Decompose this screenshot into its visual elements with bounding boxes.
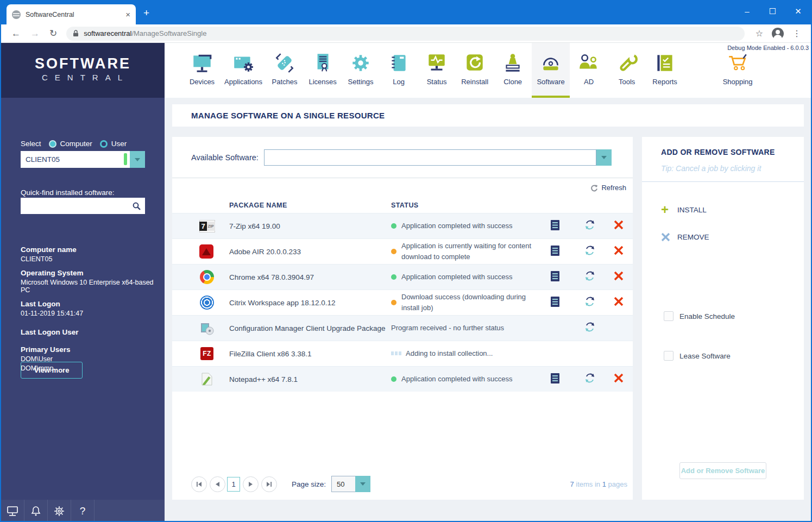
- radio-computer[interactable]: [49, 140, 56, 148]
- window-maximize-button[interactable]: ☐: [760, 0, 785, 24]
- install-option[interactable]: + INSTALL: [661, 205, 804, 215]
- remove-option[interactable]: REMOVE: [661, 232, 804, 242]
- lease-software-checkbox[interactable]: [664, 351, 673, 361]
- resource-dropdown-button[interactable]: [130, 151, 145, 168]
- nav-item-reports[interactable]: Reports: [646, 43, 684, 98]
- status-dot-green: [391, 223, 396, 229]
- retry-action-icon[interactable]: [584, 245, 614, 258]
- cancel-action-icon[interactable]: [614, 297, 626, 309]
- refresh-button[interactable]: Refresh: [590, 184, 626, 192]
- nav-item-reinstall[interactable]: Reinstall: [456, 43, 494, 98]
- adobe-air-icon: [199, 244, 213, 259]
- add-remove-panel: ADD OR REMOVE SOFTWARE Tip: Cancel a job…: [642, 137, 804, 500]
- profile-avatar[interactable]: [772, 28, 784, 40]
- nav-label: Clone: [503, 78, 522, 86]
- retry-action-icon[interactable]: [584, 219, 614, 232]
- quickfind-input[interactable]: [21, 202, 133, 211]
- add-or-remove-software-button[interactable]: Add or Remove Software: [679, 462, 766, 479]
- available-software-input[interactable]: [264, 149, 596, 166]
- first-page-button[interactable]: [191, 476, 207, 492]
- gear-icon[interactable]: [48, 500, 71, 522]
- tab-close-icon[interactable]: ×: [125, 10, 130, 18]
- table-row[interactable]: Notepad++ x64 7.8.1 Application complete…: [172, 366, 633, 392]
- bell-icon[interactable]: [24, 500, 48, 522]
- log-action-icon[interactable]: [551, 373, 563, 386]
- address-bar[interactable]: softwarecentral /ManageSoftwareSingle: [66, 27, 744, 41]
- status-dot-green: [391, 376, 396, 382]
- table-row[interactable]: Chrome x64 78.0.3904.97 Application comp…: [172, 264, 633, 290]
- status-text: Application is currently waiting for con…: [401, 241, 545, 262]
- cancel-action-icon[interactable]: [614, 373, 626, 385]
- browser-menu-icon[interactable]: ⋮: [792, 28, 801, 39]
- nav-item-status[interactable]: Status: [418, 43, 456, 98]
- current-page[interactable]: 1: [227, 477, 240, 492]
- shopping-icon: [726, 52, 749, 74]
- nav-item-ad[interactable]: AD: [570, 43, 608, 98]
- nav-item-tools[interactable]: Tools: [608, 43, 646, 98]
- forward-icon[interactable]: →: [30, 28, 40, 39]
- cancel-action-icon[interactable]: [614, 246, 626, 257]
- resource-combo: CLIENT05: [21, 151, 145, 168]
- url-path: /ManageSoftwareSingle: [131, 29, 206, 37]
- page-size-dropdown-button[interactable]: [355, 476, 370, 492]
- next-page-button[interactable]: [243, 476, 259, 492]
- nav-item-log[interactable]: Log: [380, 43, 418, 98]
- monitor-icon[interactable]: [1, 500, 24, 522]
- nav-label: Reinstall: [461, 78, 488, 86]
- filezilla-icon: FZ: [200, 347, 213, 360]
- search-icon[interactable]: [133, 202, 141, 210]
- retry-action-icon[interactable]: [584, 296, 614, 309]
- cancel-action-icon[interactable]: [614, 271, 626, 283]
- retry-action-icon[interactable]: [584, 322, 614, 335]
- computer-info: Computer name CLIENT05 Operating System …: [21, 240, 159, 372]
- nav-item-clone[interactable]: Clone: [494, 43, 532, 98]
- bookmark-star-icon[interactable]: ☆: [756, 28, 763, 39]
- nav-item-shopping[interactable]: Shopping: [719, 43, 757, 98]
- retry-action-icon[interactable]: [584, 271, 614, 284]
- radio-user[interactable]: [100, 140, 108, 148]
- radio-computer-label[interactable]: Computer: [60, 140, 92, 148]
- package-name: FileZilla Client x86 3.38.1: [229, 350, 388, 358]
- page-size-select[interactable]: 50: [331, 476, 370, 492]
- table-row[interactable]: Adobe AIR 20.0.0.233 Application is curr…: [172, 238, 633, 264]
- table-row[interactable]: FZ FileZilla Client x86 3.38.1 Adding to…: [172, 341, 633, 366]
- log-action-icon[interactable]: [551, 220, 563, 232]
- tools-icon: [615, 52, 638, 74]
- status-text: Application completed with success: [401, 374, 513, 385]
- table-row[interactable]: Configuration Manager Client Upgrade Pac…: [172, 315, 633, 341]
- help-glyph: ?: [80, 505, 86, 517]
- prev-page-button[interactable]: [210, 476, 225, 492]
- nav-item-patches[interactable]: Patches: [266, 43, 304, 98]
- log-action-icon[interactable]: [551, 271, 563, 284]
- window-minimize-button[interactable]: –: [734, 0, 760, 24]
- lease-software-row: Lease Software: [664, 351, 804, 361]
- back-icon[interactable]: ←: [11, 28, 21, 39]
- view-more-button[interactable]: View more: [21, 362, 83, 379]
- info-label: Last Logon User: [21, 328, 159, 336]
- radio-user-label[interactable]: User: [111, 140, 127, 148]
- log-action-icon[interactable]: [551, 246, 563, 258]
- help-icon[interactable]: ?: [71, 500, 95, 522]
- cancel-action-icon[interactable]: [614, 220, 626, 232]
- new-tab-button[interactable]: +: [143, 8, 149, 18]
- table-row[interactable]: 7ZIP 7-Zip x64 19.00 Application complet…: [172, 213, 633, 238]
- available-software-dropdown-button[interactable]: [596, 149, 612, 166]
- log-action-icon[interactable]: [551, 297, 563, 309]
- panel-divider: [642, 181, 804, 182]
- retry-action-icon[interactable]: [584, 373, 614, 386]
- panel-title: ADD OR REMOVE SOFTWARE: [642, 137, 804, 156]
- last-page-button[interactable]: [261, 476, 277, 492]
- resource-value: CLIENT05: [26, 155, 60, 163]
- nav-item-licenses[interactable]: Licenses: [304, 43, 342, 98]
- table-row[interactable]: Citrix Workspace app 18.12.0.12 Download…: [172, 290, 633, 315]
- package-name: Configuration Manager Client Upgrade Pac…: [229, 324, 388, 332]
- enable-schedule-checkbox[interactable]: [664, 311, 673, 321]
- browser-tab[interactable]: SoftwareCentral ×: [7, 4, 136, 24]
- reload-icon[interactable]: ↻: [49, 28, 57, 39]
- nav-item-applications[interactable]: Applications: [221, 43, 266, 98]
- nav-item-devices[interactable]: Devices: [183, 43, 221, 98]
- resource-select[interactable]: CLIENT05: [21, 151, 130, 168]
- nav-item-settings[interactable]: Settings: [342, 43, 380, 98]
- nav-item-software[interactable]: Software: [532, 43, 570, 98]
- window-close-button[interactable]: ✕: [785, 0, 811, 24]
